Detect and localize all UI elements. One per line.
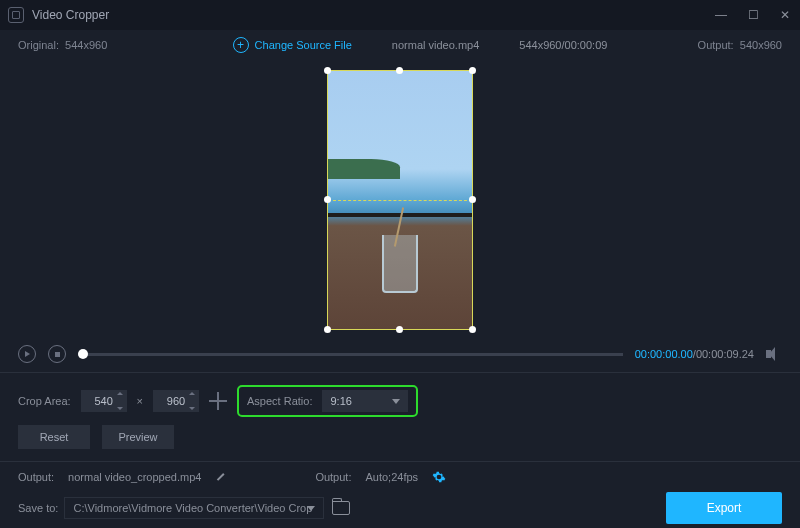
crop-handle[interactable] [469, 326, 476, 333]
preview-area [0, 60, 800, 340]
source-filename: normal video.mp4 [392, 39, 479, 51]
aspect-ratio-highlight: Aspect Ratio: 9:16 [237, 385, 418, 417]
center-crop-icon[interactable] [209, 392, 227, 410]
output-filename: normal video_cropped.mp4 [68, 471, 201, 483]
info-center: + Change Source File normal video.mp4 54… [178, 37, 662, 53]
original-info: Original: 544x960 [18, 39, 178, 51]
stop-button[interactable] [48, 345, 66, 363]
info-bar: Original: 544x960 + Change Source File n… [0, 30, 800, 60]
preview-button[interactable]: Preview [102, 425, 174, 449]
gear-icon[interactable] [432, 470, 446, 484]
timeline-track[interactable] [78, 353, 623, 356]
save-to-label: Save to: [18, 502, 58, 514]
video-content [382, 235, 418, 293]
stepper-icon[interactable] [189, 392, 197, 410]
reset-button[interactable]: Reset [18, 425, 90, 449]
divider [0, 461, 800, 462]
crop-handle[interactable] [469, 67, 476, 74]
export-button[interactable]: Export [666, 492, 782, 524]
timecode: 00:00:00.00/00:00:09.24 [635, 348, 754, 360]
play-button[interactable] [18, 345, 36, 363]
stepper-icon[interactable] [117, 392, 125, 410]
plus-icon: + [233, 37, 249, 53]
window-controls: — ☐ ✕ [714, 8, 792, 22]
output-settings: Auto;24fps [365, 471, 418, 483]
aspect-ratio-label: Aspect Ratio: [247, 395, 312, 407]
window-title: Video Cropper [32, 8, 109, 22]
edit-icon[interactable] [215, 471, 227, 483]
divider [0, 372, 800, 373]
bottom-bar: Save to: C:\Vidmore\Vidmore Video Conver… [0, 488, 800, 528]
output-filename-row: Output: normal video_cropped.mp4 Output:… [0, 466, 800, 488]
close-button[interactable]: ✕ [778, 8, 792, 22]
change-source-button[interactable]: + Change Source File [233, 37, 352, 53]
app-icon [8, 7, 24, 23]
save-path-dropdown[interactable]: C:\Vidmore\Vidmore Video Converter\Video… [64, 497, 324, 519]
crop-controls: Crop Area: 540 × 960 Aspect Ratio: 9:16 [0, 377, 800, 425]
titlebar: Video Cropper — ☐ ✕ [0, 0, 800, 30]
maximize-button[interactable]: ☐ [746, 8, 760, 22]
crop-height-input[interactable]: 960 [153, 390, 199, 412]
crop-width-input[interactable]: 540 [81, 390, 127, 412]
minimize-button[interactable]: — [714, 8, 728, 22]
open-folder-icon[interactable] [332, 501, 350, 515]
volume-icon[interactable] [766, 346, 782, 362]
aspect-ratio-dropdown[interactable]: 9:16 [322, 390, 408, 412]
output-info: Output: 540x960 [662, 39, 782, 51]
crop-handle[interactable] [396, 326, 403, 333]
crop-handle[interactable] [324, 67, 331, 74]
timeline-thumb[interactable] [78, 349, 88, 359]
crop-box[interactable] [327, 70, 473, 330]
crop-area-label: Crop Area: [18, 395, 71, 407]
action-row: Reset Preview [0, 425, 800, 457]
crop-handle[interactable] [324, 196, 331, 203]
crop-handle[interactable] [396, 67, 403, 74]
crop-handle[interactable] [469, 196, 476, 203]
crop-handle[interactable] [324, 326, 331, 333]
timeline-row: 00:00:00.00/00:00:09.24 [0, 340, 800, 368]
source-dimensions: 544x960/00:00:09 [519, 39, 607, 51]
